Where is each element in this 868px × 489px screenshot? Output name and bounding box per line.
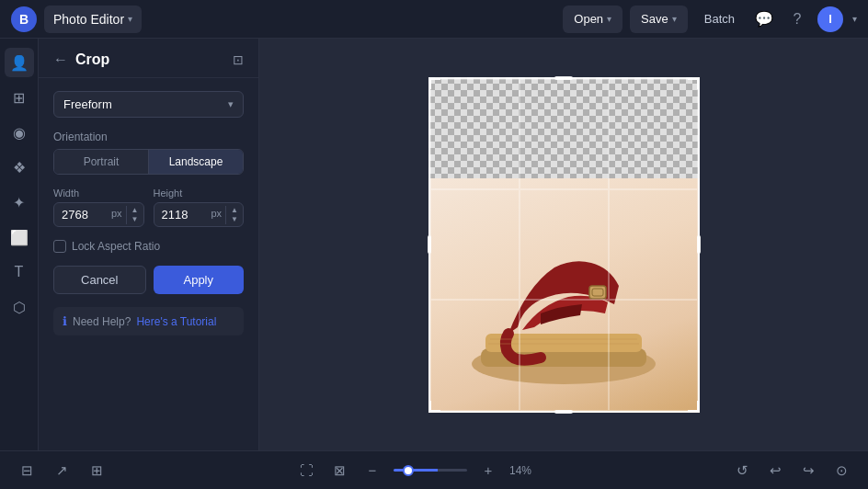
app-title-button[interactable]: Photo Editor ▾	[44, 6, 142, 33]
save-preset-button[interactable]: ⊡	[233, 52, 244, 67]
width-spinners: ▲ ▼	[126, 206, 143, 224]
canvas-wrapper	[428, 77, 700, 413]
crop-handle-mid-left[interactable]	[428, 235, 431, 254]
lock-aspect-checkbox[interactable]	[53, 240, 66, 253]
chat-icon[interactable]: 💬	[751, 6, 777, 32]
panel-header-left: ← Crop	[53, 51, 109, 68]
grid-cell-3	[609, 79, 698, 189]
redo-icon[interactable]: ↪	[796, 459, 820, 483]
grid-cell-4	[430, 189, 520, 300]
dimensions-row: Width px ▲ ▼ Height px	[53, 188, 244, 227]
orientation-label: Orientation	[53, 131, 244, 143]
back-button[interactable]: ←	[53, 51, 68, 68]
fit-screen-icon[interactable]: ⛶	[294, 459, 318, 483]
help-text: Need Help?	[73, 315, 131, 328]
cursor-bottom-icon[interactable]: ↗	[50, 459, 74, 483]
crop-grid	[430, 79, 698, 411]
canvas-area	[259, 39, 868, 450]
bottom-right-icons: ↺ ↩ ↪ ⊙	[730, 459, 853, 483]
crop-handle-mid-top[interactable]	[554, 76, 573, 80]
lock-label: Lock Aspect Ratio	[72, 240, 160, 253]
grid-bottom-icon[interactable]: ⊞	[85, 459, 108, 483]
avatar-chevron[interactable]: ▾	[852, 14, 857, 24]
sidebar-item-plugins[interactable]: ⬡	[5, 292, 34, 322]
zoom-percentage: 14%	[509, 464, 544, 477]
top-bar: B Photo Editor ▾ Open ▾ Save ▾ Batch 💬 ?…	[0, 0, 868, 39]
bottom-center-controls: ⛶ ⊠ − + 14%	[294, 459, 544, 483]
height-unit: px	[207, 208, 225, 219]
width-input-wrap: px ▲ ▼	[53, 202, 144, 227]
crop-panel: ← Crop ⊡ Freeform ▾ Orientation Portrait	[39, 39, 259, 450]
sidebar-item-person[interactable]: 👤	[5, 48, 34, 77]
sidebar-item-text[interactable]: T	[5, 257, 34, 287]
grid-cell-7	[430, 300, 520, 410]
app-logo: B	[11, 6, 37, 32]
undo-icon[interactable]: ↩	[763, 459, 787, 483]
height-spinners: ▲ ▼	[225, 206, 243, 224]
freeform-chevron: ▾	[228, 98, 234, 110]
grid-cell-5	[520, 189, 609, 300]
crop-handle-br[interactable]	[688, 401, 699, 412]
apply-button[interactable]: Apply	[154, 266, 245, 294]
portrait-button[interactable]: Portrait	[54, 150, 149, 174]
sidebar-item-frame[interactable]: ⬜	[5, 222, 34, 252]
avatar[interactable]: I	[817, 6, 843, 32]
crop-overlay[interactable]	[428, 77, 700, 413]
compare-icon[interactable]: ⊠	[327, 459, 351, 483]
crop-handle-bl[interactable]	[429, 401, 440, 412]
freeform-dropdown[interactable]: Freeform ▾	[53, 91, 244, 118]
grid-cell-1	[430, 79, 520, 189]
landscape-button[interactable]: Landscape	[149, 150, 243, 174]
crop-handle-tl[interactable]	[429, 78, 440, 89]
zoom-slider[interactable]	[394, 469, 467, 472]
panel-title: Crop	[75, 51, 109, 68]
height-input-wrap: px ▲ ▼	[154, 202, 245, 227]
sidebar-item-magic[interactable]: ✦	[5, 188, 34, 217]
sidebar-item-sliders[interactable]: ⊞	[5, 83, 34, 112]
width-down-button[interactable]: ▼	[127, 215, 143, 224]
layers-bottom-icon[interactable]: ⊟	[15, 459, 39, 483]
top-right-icons: 💬 ? I ▾	[751, 6, 857, 32]
cancel-button[interactable]: Cancel	[53, 266, 146, 294]
lock-row: Lock Aspect Ratio	[53, 240, 244, 253]
sidebar-item-eye[interactable]: ◉	[5, 118, 34, 147]
crop-handle-mid-bottom[interactable]	[554, 410, 573, 414]
height-up-button[interactable]: ▲	[226, 206, 243, 215]
width-label: Width	[53, 188, 144, 199]
width-up-button[interactable]: ▲	[127, 206, 143, 215]
icon-sidebar: 👤 ⊞ ◉ ❖ ✦ ⬜ T ⬡	[0, 39, 39, 450]
main-body: 👤 ⊞ ◉ ❖ ✦ ⬜ T ⬡ ← Crop ⊡ Freeform ▾	[0, 39, 868, 450]
refresh-icon[interactable]: ↺	[730, 459, 754, 483]
app-title-chevron: ▾	[128, 14, 132, 24]
crop-handle-mid-right[interactable]	[697, 235, 701, 254]
save-button[interactable]: Save ▾	[630, 6, 688, 33]
save-preset-icon: ⊡	[233, 52, 244, 67]
crop-handle-tr[interactable]	[688, 78, 699, 89]
open-button[interactable]: Open ▾	[563, 6, 622, 33]
info-icon: ℹ	[63, 314, 67, 328]
height-group: Height px ▲ ▼	[154, 188, 245, 227]
grid-cell-9	[609, 300, 698, 410]
panel-body: Freeform ▾ Orientation Portrait Landscap…	[39, 78, 258, 348]
sidebar-item-layers[interactable]: ❖	[5, 153, 34, 182]
orientation-section: Orientation Portrait Landscape	[53, 131, 244, 175]
orientation-group: Portrait Landscape	[53, 149, 244, 175]
help-icon[interactable]: ?	[784, 6, 810, 32]
grid-cell-6	[609, 189, 698, 300]
height-label: Height	[154, 188, 245, 199]
width-input[interactable]	[54, 203, 108, 226]
help-row: ℹ Need Help? Here's a Tutorial	[53, 307, 244, 335]
width-group: Width px ▲ ▼	[53, 188, 144, 227]
app-title-label: Photo Editor	[53, 12, 124, 27]
width-unit: px	[108, 208, 126, 219]
zoom-out-icon[interactable]: −	[360, 459, 384, 483]
bottom-bar: ⊟ ↗ ⊞ ⛶ ⊠ − + 14% ↺ ↩ ↪ ⊙	[0, 450, 868, 489]
zoom-in-icon[interactable]: +	[476, 459, 500, 483]
batch-button[interactable]: Batch	[695, 6, 744, 33]
height-input[interactable]	[154, 203, 208, 226]
freeform-label: Freeform	[63, 97, 112, 111]
history-icon[interactable]: ⊙	[829, 459, 853, 483]
height-down-button[interactable]: ▼	[226, 215, 243, 224]
help-link[interactable]: Here's a Tutorial	[136, 315, 216, 328]
bottom-left-icons: ⊟ ↗ ⊞	[15, 459, 108, 483]
